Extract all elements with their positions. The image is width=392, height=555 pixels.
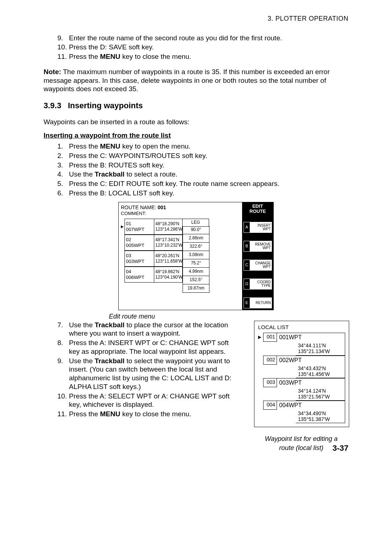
section-heading: 3.9.3Inserting waypoints — [44, 101, 348, 111]
ordered-list-continue: 9. Enter the route name of the second ro… — [44, 34, 348, 61]
step-number: 11. — [57, 52, 69, 61]
route-row: 03003WPT 48°20.261'N123°11.658'W — [121, 251, 240, 267]
local-list-title: LOCAL LIST — [258, 324, 345, 331]
route-name-label: ROUTE NAME: — [121, 204, 156, 211]
cursor-marker-icon: ▶ — [258, 333, 263, 342]
soft-key-return[interactable]: ERETURN — [244, 297, 272, 308]
local-list-panel: LOCAL LIST ▶ 001 001WPT 34°44.111'N135°2… — [254, 321, 349, 428]
step: 9. Enter the route name of the second ro… — [57, 34, 348, 42]
local-list-item[interactable]: ▶ 001 001WPT 34°44.111'N135°21.134'W — [258, 333, 345, 355]
route-row: ▶ 01007WPT 48°18.290'N123°14.286'W — [121, 219, 240, 235]
intro-paragraph: Waypoints can be inserted in a route as … — [44, 118, 348, 126]
soft-key-remove-wpt[interactable]: BREMOVE WPT — [244, 241, 272, 252]
ordered-list-continue-2: 7.Use the Trackball to place the cursor … — [44, 321, 240, 418]
step: 11. Press the MENU key to close the menu… — [57, 52, 348, 61]
cursor-marker-icon: ▶ — [121, 219, 124, 235]
section-number: 3.9.3 — [44, 101, 61, 110]
local-list-item[interactable]: 004 004WPT 34°34.490'N135°51.387'W — [258, 401, 345, 423]
section-title: Inserting waypoints — [68, 101, 143, 110]
local-list-item[interactable]: 002 002WPT 34°43.432'N135°41.456'W — [258, 356, 345, 378]
soft-key-change-wpt[interactable]: CCHANGE WPT — [244, 260, 272, 271]
figure-caption: Edit route menu — [109, 312, 348, 321]
soft-key-coord-type[interactable]: DCOORD TYPE — [244, 279, 272, 289]
step-number: 10. — [57, 43, 69, 52]
edit-route-figure: ROUTE NAME: 001 COMMENT: LEG 90.0° 2.86n… — [44, 202, 348, 311]
step-number: 9. — [57, 34, 69, 42]
step-text: Press the D: SAVE soft key. — [69, 43, 154, 52]
note-label: Note: — [44, 68, 61, 76]
step: 10. Press the D: SAVE soft key. — [57, 43, 348, 52]
route-name-value: 001 — [158, 204, 166, 211]
local-list-item[interactable]: 003 003WPT 34°14.124'N135°21.567'W — [258, 378, 345, 401]
note-paragraph: Note: The maximum number of waypoints in… — [44, 68, 348, 93]
ordered-list: 1.Press the MENU key to open the menu. 2… — [44, 142, 348, 198]
soft-key-insert-wpt[interactable]: AINSERT WPT — [244, 222, 272, 233]
soft-key-panel-title: EDIT ROUTE — [244, 204, 272, 214]
soft-key-panel: EDIT ROUTE AINSERT WPT BREMOVE WPT CCHAN… — [242, 202, 273, 310]
route-row: 04006WPT 48°19.862'N123°04.190'W — [121, 267, 240, 283]
page-header: 3. PLOTTER OPERATION — [44, 15, 348, 23]
sub-heading: Inserting a waypoint from the route list — [44, 131, 348, 140]
edit-route-panel: ROUTE NAME: 001 COMMENT: LEG 90.0° 2.86n… — [118, 202, 274, 311]
step-text: Press the MENU key to close the menu. — [69, 52, 191, 61]
note-text: The maximum number of waypoints in a rou… — [44, 68, 330, 93]
step-text: Enter the route name of the second route… — [69, 34, 282, 42]
comment-label: COMMENT: — [121, 211, 240, 216]
route-row: 02005WPT 48°17.341'N123°10.232'W — [121, 235, 240, 251]
